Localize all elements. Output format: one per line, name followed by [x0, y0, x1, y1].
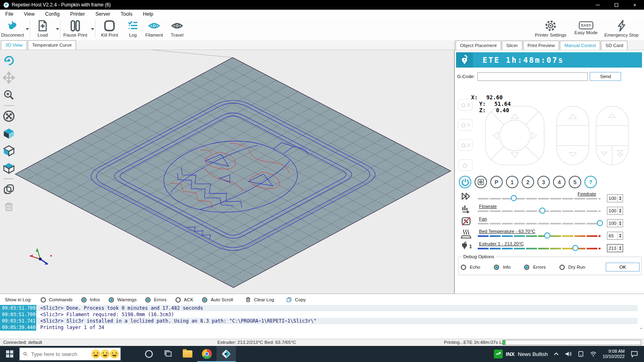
log-toggle-infos[interactable]: Infos: [81, 297, 100, 302]
clear-log-button[interactable]: Clear Log: [245, 296, 274, 303]
errors-radio[interactable]: [524, 265, 529, 270]
motor-off-button[interactable]: [475, 176, 487, 188]
delete-object-button[interactable]: [2, 200, 16, 214]
feedrate-slider[interactable]: [478, 198, 601, 200]
pause-print-button[interactable]: Pause Print: [60, 18, 90, 37]
info-radio[interactable]: [494, 265, 499, 270]
preset-1-button[interactable]: 1: [506, 176, 518, 188]
easy-mode-button[interactable]: EASY Easy Mode: [568, 18, 604, 37]
home-x-button[interactable]: X: [458, 99, 473, 111]
log-toggle-autoscroll[interactable]: Auto Scroll: [202, 297, 233, 302]
start-button[interactable]: [0, 346, 19, 362]
tab-print-preview[interactable]: Print Preview: [523, 41, 559, 50]
home-z-button[interactable]: Z: [458, 139, 473, 151]
debug-info-toggle[interactable]: Info: [494, 265, 510, 270]
bed-temperature-thumb[interactable]: [544, 232, 550, 239]
file-explorer-button[interactable]: [178, 346, 197, 362]
tab-sd-card[interactable]: SD Card: [601, 41, 627, 50]
log-toggle-ack[interactable]: ACK: [175, 297, 194, 302]
flowrate-value[interactable]: 100: [607, 207, 623, 215]
bed-temperature-slider[interactable]: [478, 235, 601, 237]
load-dropdown[interactable]: [55, 20, 60, 38]
z-jog-control[interactable]: [556, 105, 590, 166]
log-toggle-commands[interactable]: Commands: [41, 297, 73, 302]
bed-temperature-spinner[interactable]: [617, 232, 623, 239]
tab-temperature-curve[interactable]: Temperature Curve: [28, 40, 76, 49]
dryrun-radio[interactable]: [559, 265, 565, 270]
feedrate-spinner[interactable]: [617, 195, 623, 202]
log-scroll-down-icon[interactable]: ⌄: [639, 325, 643, 330]
debug-errors-toggle[interactable]: Errors: [524, 265, 545, 270]
commands-radio[interactable]: [41, 297, 46, 302]
pause-dropdown[interactable]: [90, 20, 95, 38]
front-view-button[interactable]: [2, 144, 16, 158]
flowrate-slider[interactable]: [478, 210, 601, 212]
park-button[interactable]: P: [490, 176, 503, 188]
viewport-3d[interactable]: [0, 50, 454, 294]
menu-help[interactable]: Help: [138, 11, 159, 17]
preset-2-button[interactable]: 2: [522, 176, 534, 188]
menu-printer[interactable]: Printer: [65, 11, 90, 17]
ok-button[interactable]: OK: [606, 263, 640, 272]
warnings-radio[interactable]: [109, 297, 114, 302]
log-list[interactable]: 09:03:51.709<Slic3r> Done. Process took …: [0, 305, 638, 331]
task-view-button[interactable]: [159, 346, 178, 362]
gcode-input[interactable]: [477, 72, 588, 81]
autoscroll-radio[interactable]: [202, 297, 207, 302]
fan-slider[interactable]: [478, 223, 601, 224]
tray-expand-icon[interactable]: [553, 352, 559, 356]
volume-icon[interactable]: [565, 351, 572, 357]
menu-config[interactable]: Config: [40, 11, 65, 17]
clock[interactable]: 9:08 AM 10/10/2022: [603, 349, 625, 359]
search-input[interactable]: [31, 351, 91, 357]
debug-echo-toggle[interactable]: Echo: [461, 265, 480, 270]
copy-objects-button[interactable]: [2, 182, 16, 197]
close-button[interactable]: ×: [625, 0, 644, 10]
menu-file[interactable]: File: [0, 11, 19, 17]
home-all-button[interactable]: [458, 159, 473, 171]
menu-tools[interactable]: Tools: [116, 11, 138, 17]
chrome-button[interactable]: [197, 346, 217, 362]
preset-3-button[interactable]: 3: [537, 176, 550, 188]
travel-toggle-button[interactable]: Travel: [166, 18, 188, 37]
wifi-icon[interactable]: [590, 351, 597, 357]
zoom-view-button[interactable]: [2, 88, 16, 102]
cortana-button[interactable]: [139, 346, 159, 362]
extruder-temperature-thumb[interactable]: [572, 245, 578, 251]
windows-ink-icon[interactable]: [578, 351, 584, 357]
menu-server[interactable]: Server: [90, 11, 116, 17]
load-button[interactable]: Load: [30, 18, 55, 37]
fan-thumb[interactable]: [597, 220, 603, 226]
copy-log-button[interactable]: Copy: [286, 296, 306, 303]
infos-radio[interactable]: [81, 297, 87, 302]
fan-spinner[interactable]: [617, 220, 623, 227]
tab-3d-view[interactable]: 3D View: [1, 40, 27, 49]
news-ticker[interactable]: INX News Bullish: [494, 350, 548, 358]
repetier-host-button[interactable]: [217, 346, 236, 362]
flowrate-spinner[interactable]: [617, 207, 623, 214]
emergency-stop-button[interactable]: Emergency Stop: [604, 18, 639, 37]
feedrate-thumb[interactable]: [511, 195, 517, 201]
log-toggle-warnings[interactable]: Warnings: [109, 297, 136, 302]
help-button[interactable]: ?: [584, 176, 597, 188]
fit-view-button[interactable]: [2, 109, 16, 123]
rotate-view-button[interactable]: [2, 53, 16, 68]
tab-object-placement[interactable]: Object Placement: [456, 41, 501, 50]
disconnect-button[interactable]: Disconnect: [0, 18, 25, 37]
tab-slicer[interactable]: Slicer: [502, 41, 522, 50]
log-toggle-errors[interactable]: Errors: [145, 297, 166, 302]
top-view-button[interactable]: [2, 161, 16, 175]
fan-value[interactable]: 100: [607, 219, 623, 227]
send-button[interactable]: Send: [590, 72, 621, 81]
printer-settings-button[interactable]: Printer Settings: [533, 18, 568, 37]
maximize-button[interactable]: [607, 0, 625, 10]
tab-manual-control[interactable]: Manual Control: [560, 41, 600, 50]
echo-radio[interactable]: [461, 265, 466, 270]
action-center-icon[interactable]: [630, 350, 638, 358]
log-toggle-button[interactable]: Log: [124, 18, 142, 37]
feedrate-value[interactable]: 100: [607, 194, 623, 202]
bed-temperature-value[interactable]: 65: [607, 232, 623, 240]
preset-4-button[interactable]: 4: [553, 176, 566, 188]
kill-print-button[interactable]: Kill Print: [95, 18, 124, 37]
extruder-temperature-value[interactable]: 213: [607, 244, 623, 252]
